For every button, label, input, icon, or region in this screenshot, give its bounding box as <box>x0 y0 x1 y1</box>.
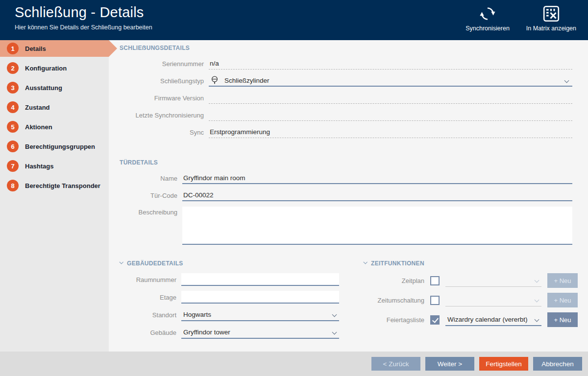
section-door-details: TÜRDETAILS Name Gryffindor main room Tür… <box>120 159 572 245</box>
standort-label: Standort <box>120 311 176 319</box>
lock-cylinder-icon <box>211 75 219 86</box>
feiertagsliste-new-button[interactable]: + Neu <box>547 312 578 327</box>
firmware-label: Firmware Version <box>120 94 204 102</box>
zeitumschaltung-label: Zeitumschaltung <box>364 297 424 304</box>
matrix-icon <box>542 5 560 23</box>
seriennummer-label: Seriennummer <box>120 60 204 68</box>
section-title-time: ZEITFUNKTIONEN <box>371 260 424 267</box>
letzte-synchronisierung-value <box>209 109 572 121</box>
finish-button[interactable]: Fertigstellen <box>479 357 528 371</box>
back-button[interactable]: < Zurück <box>371 357 420 371</box>
details-form: SCHLIEẞUNGSDETAILS Seriennummer n/a Schl… <box>109 40 588 352</box>
chevron-down-icon <box>564 78 569 83</box>
seriennummer-value: n/a <box>209 58 572 70</box>
beschreibung-label: Beschreibung <box>120 207 177 216</box>
sidebar-item-ausstattung[interactable]: 3 Ausstattung <box>0 79 109 96</box>
section-title-lock-details: SCHLIEẞUNGSDETAILS <box>120 44 572 51</box>
chevron-down-icon <box>535 298 539 303</box>
section-building-details: GEBÄUDEDETAILS Raumnummer Etage Standort… <box>120 259 344 344</box>
raumnummer-label: Raumnummer <box>120 276 176 283</box>
next-button[interactable]: Weiter > <box>425 357 474 371</box>
sidebar-item-konfiguration[interactable]: 2 Konfiguration <box>0 60 109 76</box>
zeitumschaltung-select[interactable] <box>445 294 541 306</box>
zeitplan-label: Zeitplan <box>364 277 424 284</box>
schliessungstyp-label: Schließungstyp <box>120 77 204 85</box>
step-number-badge: 3 <box>7 82 19 94</box>
section-time-functions: ZEITFUNKTIONEN Zeitplan + Neu Zeitumscha… <box>364 259 578 344</box>
step-number-badge: 2 <box>7 62 19 74</box>
step-number-badge: 7 <box>7 160 19 172</box>
zeitumschaltung-new-button[interactable]: + Neu <box>547 293 578 307</box>
step-number-badge: 6 <box>7 141 19 152</box>
letzte-synchronisierung-label: Letzte Synchronisierung <box>120 112 204 119</box>
step-number-badge: 8 <box>7 180 19 191</box>
chevron-down-icon <box>332 312 337 317</box>
section-header-building[interactable]: GEBÄUDEDETAILS <box>120 259 344 267</box>
etage-input[interactable] <box>181 291 339 304</box>
standort-value: Hogwarts <box>183 311 211 318</box>
synchronize-label: Synchronisieren <box>466 25 510 32</box>
gebaeude-label: Gebäude <box>120 329 176 336</box>
collapse-chevron-icon <box>363 260 367 264</box>
name-label: Name <box>120 175 177 182</box>
sync-icon <box>479 5 496 23</box>
sidebar-item-details[interactable]: 1 Details <box>0 40 109 57</box>
beschreibung-field[interactable] <box>182 207 572 245</box>
feiertagsliste-checkbox[interactable] <box>430 315 440 325</box>
section-title-door-details: TÜRDETAILS <box>120 159 572 166</box>
sync-value: Erstprogrammierung <box>209 126 572 138</box>
sidebar-item-hashtags[interactable]: 7 Hashtags <box>0 158 109 174</box>
schliessungstyp-value: Schließzylinder <box>224 77 270 84</box>
step-number-badge: 5 <box>7 121 19 133</box>
sidebar-item-label: Ausstattung <box>25 84 62 92</box>
wizard-sidebar: 1 Details 2 Konfiguration 3 Ausstattung … <box>0 40 109 352</box>
chevron-down-icon <box>332 330 337 335</box>
feiertagsliste-value: Wizardry calendar (vererbt) <box>447 316 528 323</box>
collapse-chevron-icon <box>119 260 123 264</box>
zeitumschaltung-checkbox[interactable] <box>430 296 440 305</box>
zeitplan-checkbox[interactable] <box>430 276 440 285</box>
feiertagsliste-label: Feiertagsliste <box>364 316 424 324</box>
synchronize-button[interactable]: Synchronisieren <box>466 5 510 40</box>
etage-label: Etage <box>120 294 176 301</box>
sidebar-item-label: Konfiguration <box>25 65 67 72</box>
tuer-code-field[interactable]: DC-00022 <box>182 189 572 201</box>
title-bar: Schließung - Details Hier können Sie Det… <box>0 0 588 40</box>
tuer-code-label: Tür-Code <box>120 192 177 199</box>
sidebar-item-aktionen[interactable]: 5 Aktionen <box>0 118 109 135</box>
firmware-value <box>209 92 572 104</box>
step-number-badge: 1 <box>7 43 19 54</box>
cancel-button[interactable]: Abbrechen <box>533 357 582 371</box>
sync-label: Sync <box>120 129 204 136</box>
standort-select[interactable]: Hogwarts <box>181 308 339 321</box>
page-subtitle: Hier können Sie Details der Schließung b… <box>15 24 152 31</box>
sidebar-item-berechtigte-transponder[interactable]: 8 Berechtigte Transponder <box>0 177 109 194</box>
step-number-badge: 4 <box>7 101 19 113</box>
show-in-matrix-button[interactable]: In Matrix anzeigen <box>526 5 576 40</box>
sidebar-item-label: Berechtigungsgruppen <box>25 143 95 150</box>
chevron-down-icon <box>535 317 539 322</box>
sidebar-item-berechtigungsgruppen[interactable]: 6 Berechtigungsgruppen <box>0 138 109 155</box>
section-title-building: GEBÄUDEDETAILS <box>127 260 183 267</box>
section-lock-details: SCHLIEẞUNGSDETAILS Seriennummer n/a Schl… <box>120 44 572 138</box>
page-title: Schließung - Details <box>15 4 152 21</box>
feiertagsliste-select[interactable]: Wizardry calendar (vererbt) <box>445 313 541 326</box>
section-header-time[interactable]: ZEITFUNKTIONEN <box>364 259 578 267</box>
sidebar-item-label: Aktionen <box>25 123 52 131</box>
sidebar-item-label: Details <box>25 45 46 52</box>
show-in-matrix-label: In Matrix anzeigen <box>526 25 576 32</box>
gebaeude-select[interactable]: Gryffindor tower <box>181 326 339 339</box>
sidebar-item-zustand[interactable]: 4 Zustand <box>0 99 109 116</box>
sidebar-item-label: Zustand <box>25 104 50 111</box>
zeitplan-new-button[interactable]: + Neu <box>547 273 578 288</box>
name-field[interactable]: Gryffindor main room <box>182 172 572 184</box>
zeitplan-select[interactable] <box>445 274 541 287</box>
raumnummer-input[interactable] <box>181 273 339 286</box>
sidebar-item-label: Hashtags <box>25 163 54 170</box>
wizard-footer: < Zurück Weiter > Fertigstellen Abbreche… <box>0 352 588 376</box>
gebaeude-value: Gryffindor tower <box>183 329 230 336</box>
sidebar-item-label: Berechtigte Transponder <box>25 182 100 189</box>
chevron-down-icon <box>535 278 539 283</box>
schliessungstyp-select[interactable]: Schließzylinder <box>209 75 572 87</box>
